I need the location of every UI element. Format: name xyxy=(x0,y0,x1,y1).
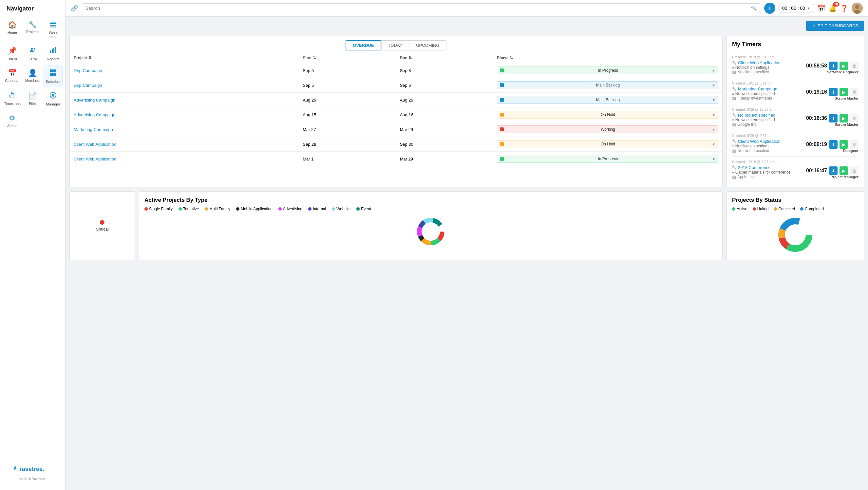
sidebar-item-admin[interactable]: ⚙ Admin xyxy=(3,111,22,131)
start-date: Sep 28 xyxy=(299,137,396,152)
work-items-table: Project ⇅ Start ⇅ Due ⇅ Phase ⇅ Drip Cam… xyxy=(70,53,722,166)
project-link[interactable]: Marketing Campaign xyxy=(74,127,113,132)
sidebar-item-calendar[interactable]: 📅 Calendar xyxy=(3,65,22,87)
building-icon: 🏢 xyxy=(732,97,736,100)
project-link[interactable]: Drip Campaign xyxy=(74,68,102,73)
critical-label: Critical xyxy=(96,227,109,232)
phase-badge[interactable]: In Progress ▼ xyxy=(497,66,718,74)
delete-button[interactable]: 🗑 xyxy=(850,140,859,149)
download-button[interactable]: ⬇ xyxy=(829,140,838,149)
timer-work-item: ≡ No work item specified xyxy=(732,91,777,96)
timer-display[interactable]: 00 : 00 : 00 ▼ xyxy=(779,4,814,12)
work-items-icon xyxy=(50,21,57,29)
legend-item: Tentative xyxy=(179,207,199,211)
col-phase[interactable]: Phase ⇅ xyxy=(493,53,722,63)
timer-project-link[interactable]: No project specified xyxy=(738,113,775,118)
sidebar-item-reports[interactable]: Reports xyxy=(43,43,63,64)
link-icon[interactable]: 🔗 xyxy=(71,5,78,12)
play-button[interactable]: ▶ xyxy=(839,140,848,149)
project-link[interactable]: Client Web Application xyxy=(74,142,116,147)
calendar-topbar-icon[interactable]: 📅 xyxy=(817,4,826,12)
timer-project-link[interactable]: Client Web Application xyxy=(738,60,780,65)
building-icon: 🏢 xyxy=(732,123,736,126)
sidebar-item-label-calendar: Calendar xyxy=(5,79,20,83)
topbar: 🔗 🔍 + 00 : 00 : 00 ▼ 📅 🔔 70 ❓ xyxy=(65,0,868,17)
legend-item: Single Family xyxy=(145,207,173,211)
add-button[interactable]: + xyxy=(764,3,775,14)
status-legend-item: Halted xyxy=(753,207,769,211)
play-button[interactable]: ▶ xyxy=(839,114,848,123)
search-input[interactable] xyxy=(86,6,751,11)
tab-today[interactable]: TODAY xyxy=(381,40,409,51)
status-title: Projects By Status xyxy=(732,197,859,204)
logo: ravetree. xyxy=(13,462,53,476)
download-button[interactable]: ⬇ xyxy=(829,114,838,123)
legend-dot xyxy=(145,207,148,211)
delete-button[interactable]: 🗑 xyxy=(850,114,859,123)
play-button[interactable]: ▶ xyxy=(839,62,848,70)
sidebar-item-projects[interactable]: 🔧 Projects xyxy=(23,18,42,42)
status-donut xyxy=(732,215,859,254)
calendar-icon: 📅 xyxy=(8,69,17,77)
timer-created: Created: 6/29 @ 9:57 am xyxy=(732,134,859,137)
sidebar-item-home[interactable]: 🏠 Home xyxy=(3,18,22,42)
play-button[interactable]: ▶ xyxy=(839,166,848,175)
edit-dashboards-button[interactable]: ↗ EDIT DASHBOARDS xyxy=(806,21,864,31)
sidebar-item-manager[interactable]: Manager xyxy=(43,88,63,110)
sidebar-item-members[interactable]: 👤 Members xyxy=(23,65,42,87)
sidebar-item-teams[interactable]: 📌 Teams xyxy=(3,43,22,64)
download-button[interactable]: ⬇ xyxy=(829,88,838,96)
manager-icon xyxy=(50,92,57,101)
phase-badge[interactable]: Main Backlog ▼ xyxy=(497,81,718,89)
download-button[interactable]: ⬇ xyxy=(829,166,838,175)
table-row: Advertising Campaign Aug 29 Aug 29 Main … xyxy=(70,93,722,108)
phase-badge[interactable]: On Hold ▼ xyxy=(497,111,718,119)
wrench-icon: 🔧 xyxy=(732,61,737,65)
notification-icon[interactable]: 🔔 70 xyxy=(829,4,837,12)
phase-badge[interactable]: In Progress ▼ xyxy=(497,155,718,163)
legend-dot xyxy=(356,207,360,211)
timer-project-link[interactable]: Client Web Application xyxy=(738,139,780,144)
timer-project-link[interactable]: Marketing Campaign xyxy=(738,87,777,91)
legend-dot xyxy=(236,207,240,211)
tab-upcoming[interactable]: UPCOMING xyxy=(409,40,446,51)
col-project[interactable]: Project ⇅ xyxy=(70,53,299,63)
sidebar-item-label-work-items: Work Items xyxy=(45,31,61,39)
phase-label: In Progress xyxy=(598,157,618,161)
help-icon[interactable]: ❓ xyxy=(840,4,848,12)
tab-overdue[interactable]: OVERDUE xyxy=(346,40,381,51)
status-legend-item: Active xyxy=(732,207,747,211)
legend-item: Website xyxy=(332,207,350,211)
status-legend-item: Canceled xyxy=(774,207,795,211)
list-icon: ≡ xyxy=(732,171,734,174)
play-button[interactable]: ▶ xyxy=(839,88,848,96)
sidebar-item-timesheet[interactable]: ⏱ Timesheet xyxy=(3,88,22,110)
sidebar-item-work-items[interactable]: Work Items xyxy=(43,18,63,42)
phase-badge[interactable]: On Hold ▼ xyxy=(497,140,718,148)
download-button[interactable]: ⬇ xyxy=(829,62,838,70)
timer-role: Software Engineer xyxy=(806,70,859,74)
project-link[interactable]: Advertising Campaign xyxy=(74,98,115,102)
timer-client: 🏢 No client specified xyxy=(732,70,780,74)
legend-label: Tentative xyxy=(183,207,199,211)
status-legend: ActiveHaltedCanceledCompleted xyxy=(732,207,859,211)
delete-button[interactable]: 🗑 xyxy=(850,88,859,96)
project-link[interactable]: Advertising Campaign xyxy=(74,112,115,117)
project-link[interactable]: Drip Campaign xyxy=(74,83,102,88)
avatar[interactable] xyxy=(851,3,863,14)
sidebar-item-crm[interactable]: CRM xyxy=(23,43,42,64)
timer-controls: 00:06:19 ⬇ ▶ 🗑 xyxy=(806,140,859,149)
svg-point-32 xyxy=(786,226,804,244)
sidebar-item-files[interactable]: 📄 Files xyxy=(23,88,42,110)
col-start[interactable]: Start ⇅ xyxy=(299,53,396,63)
wrench-icon: 🔧 xyxy=(732,139,737,144)
delete-button[interactable]: 🗑 xyxy=(850,62,859,70)
sidebar-item-schedule[interactable]: Schedule xyxy=(43,65,63,87)
phase-badge[interactable]: Main Backlog ▼ xyxy=(497,96,718,104)
col-due[interactable]: Due ⇅ xyxy=(396,53,493,63)
phase-label: Main Backlog xyxy=(596,98,620,102)
timer-project-link[interactable]: 2018 Conference xyxy=(738,165,771,170)
phase-badge[interactable]: Working ▼ xyxy=(497,125,718,133)
delete-button[interactable]: 🗑 xyxy=(850,166,859,175)
project-link[interactable]: Client Web Application xyxy=(74,157,116,161)
